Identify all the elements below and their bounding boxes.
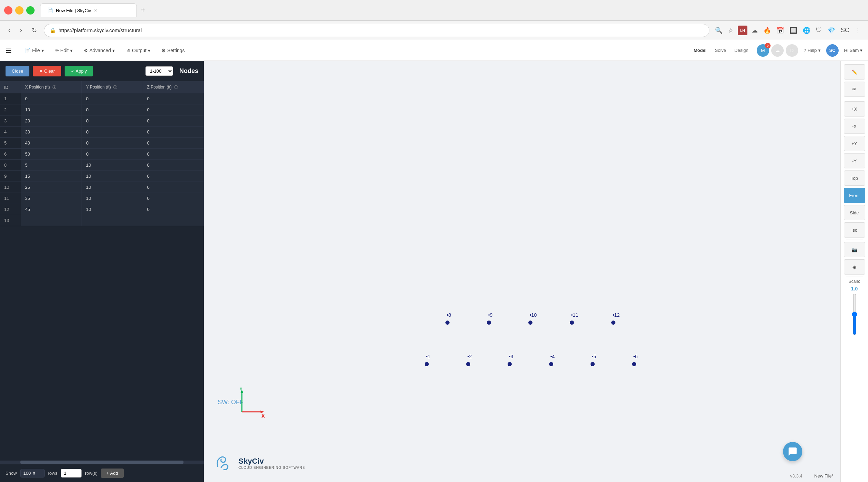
table-row[interactable]: 13 (0, 215, 204, 226)
node-dot-6[interactable] (632, 362, 636, 366)
user-avatar[interactable]: SC (826, 44, 839, 57)
node-dot-1[interactable] (425, 362, 429, 366)
cell-z[interactable] (143, 171, 204, 182)
cell-x[interactable] (21, 149, 82, 160)
table-row[interactable]: 4 (0, 127, 204, 138)
cell-z[interactable] (143, 115, 204, 127)
table-row[interactable]: 10 (0, 182, 204, 193)
model-mode-icon[interactable]: M 0 (757, 44, 769, 57)
table-row[interactable]: 12 (0, 204, 204, 215)
node-dot-5[interactable] (591, 362, 595, 366)
new-tab-button[interactable]: + (138, 5, 148, 16)
cell-y[interactable] (82, 149, 143, 160)
node-dot-11[interactable] (570, 321, 574, 325)
address-bar[interactable]: 🔒 (44, 24, 709, 37)
nav-settings[interactable]: ⚙ Settings (157, 46, 190, 55)
ext2-icon[interactable]: ☁ (750, 25, 759, 36)
horizontal-scrollbar[interactable] (0, 461, 204, 464)
design-mode-icon[interactable]: D (786, 44, 798, 57)
apply-button[interactable]: ✓ Apply (65, 66, 93, 76)
camera-btn[interactable]: 📷 (844, 242, 865, 257)
cell-z[interactable] (143, 138, 204, 149)
cell-z[interactable] (143, 193, 204, 204)
cell-x[interactable] (21, 104, 82, 115)
cell-z[interactable] (143, 204, 204, 215)
cell-y[interactable] (82, 104, 143, 115)
plus-x-btn[interactable]: +X (844, 101, 865, 117)
node-dot-2[interactable] (466, 362, 470, 366)
cell-z[interactable] (143, 149, 204, 160)
nav-edit[interactable]: ✏ Edit ▾ (50, 46, 77, 55)
cell-y[interactable] (82, 204, 143, 215)
nav-advanced[interactable]: ⚙ Advanced ▾ (79, 46, 120, 55)
ext6-icon[interactable]: 🌐 (801, 25, 812, 36)
cell-x[interactable] (21, 171, 82, 182)
hamburger-button[interactable]: ☰ (6, 46, 12, 55)
back-button[interactable]: ‹ (6, 25, 13, 35)
cell-x[interactable] (21, 193, 82, 204)
table-row[interactable]: 3 (0, 115, 204, 127)
cell-z[interactable] (143, 215, 204, 226)
help-button[interactable]: ? Help ▾ (804, 48, 821, 53)
cell-x[interactable] (21, 127, 82, 138)
browser-tab[interactable]: 📄 New File | SkyCiv × (40, 3, 137, 17)
z-info-icon[interactable]: ⓘ (174, 85, 178, 89)
ext7-icon[interactable]: 🛡 (814, 25, 823, 35)
scrollbar-thumb[interactable] (20, 461, 183, 464)
maximize-traffic-light[interactable] (26, 6, 35, 15)
front-view-btn[interactable]: Front (844, 188, 865, 203)
x-info-icon[interactable]: ⓘ (53, 85, 56, 89)
plus-y-btn[interactable]: +Y (844, 136, 865, 151)
table-row[interactable]: 1 (0, 93, 204, 104)
cell-x[interactable] (21, 93, 82, 104)
scale-slider[interactable] (850, 294, 859, 335)
rows-per-page-selector[interactable]: 100 ⇕ (20, 469, 45, 478)
cell-z[interactable] (143, 127, 204, 138)
user-greeting[interactable]: Hi Sam ▾ (844, 48, 862, 53)
cell-y[interactable] (82, 138, 143, 149)
cell-x[interactable] (21, 182, 82, 193)
minimize-traffic-light[interactable] (15, 6, 23, 15)
node-dot-8[interactable] (445, 321, 450, 325)
reload-button[interactable]: ↻ (29, 25, 40, 36)
cell-y[interactable] (82, 115, 143, 127)
chat-button[interactable] (783, 442, 802, 461)
row-range-selector[interactable]: 1-100 (145, 66, 173, 76)
cell-x[interactable] (21, 115, 82, 127)
cell-x[interactable] (21, 204, 82, 215)
table-row[interactable]: 5 (0, 138, 204, 149)
cell-z[interactable] (143, 104, 204, 115)
cell-x[interactable] (21, 215, 82, 226)
table-row[interactable]: 2 (0, 104, 204, 115)
minus-y-btn[interactable]: -Y (844, 153, 865, 168)
mode-tab-model[interactable]: Model (691, 46, 709, 54)
table-row[interactable]: 8 (0, 160, 204, 171)
star-icon[interactable]: ☆ (727, 25, 735, 36)
node-dot-4[interactable] (549, 362, 553, 366)
skyciv-ext-icon[interactable]: SC (839, 25, 851, 35)
top-view-btn[interactable]: Top (844, 170, 865, 186)
cell-y[interactable] (82, 215, 143, 226)
eye-tool-btn[interactable]: 👁 (844, 82, 865, 97)
node-dot-10[interactable] (528, 321, 532, 325)
table-row[interactable]: 6 (0, 149, 204, 160)
cell-x[interactable] (21, 138, 82, 149)
ext4-icon[interactable]: 📅 (775, 25, 785, 36)
ext3-icon[interactable]: 🔥 (762, 25, 772, 36)
more-options-icon[interactable]: ⋮ (853, 25, 862, 36)
nav-output[interactable]: 🖥 Output ▾ (121, 46, 155, 55)
y-info-icon[interactable]: ⓘ (113, 85, 117, 89)
node-dot-9[interactable] (487, 321, 491, 325)
pencil-tool-btn[interactable]: ✏️ (844, 64, 865, 80)
cell-y[interactable] (82, 127, 143, 138)
solve-mode-icon[interactable]: ☁ (771, 44, 784, 57)
tab-close-button[interactable]: × (94, 7, 97, 13)
mode-tab-design[interactable]: Design (732, 46, 751, 54)
cell-z[interactable] (143, 182, 204, 193)
iso-view-btn[interactable]: Iso (844, 222, 865, 238)
cell-z[interactable] (143, 93, 204, 104)
cell-x[interactable] (21, 160, 82, 171)
forward-button[interactable]: › (17, 25, 25, 35)
viewport[interactable]: SW: OFF Y X (204, 61, 840, 482)
mode-tab-solve[interactable]: Solve (712, 46, 729, 54)
